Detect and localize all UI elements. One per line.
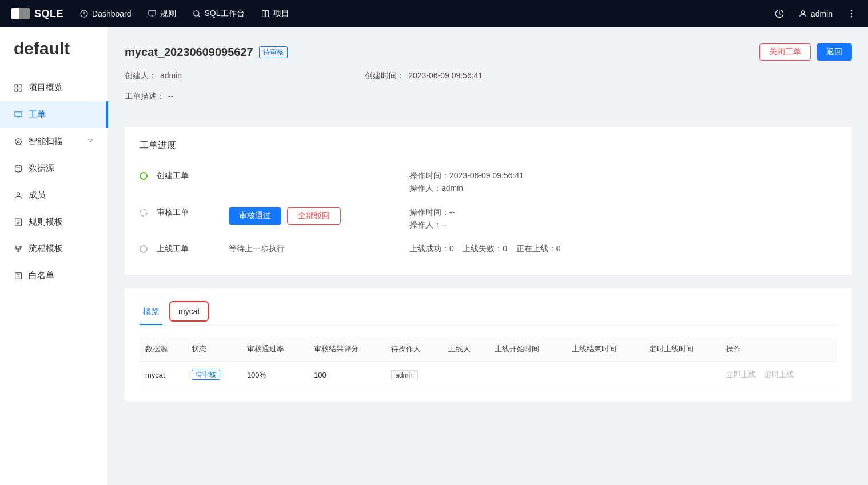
step2-mid: 审核通过 全部驳回 [229,207,400,225]
more-icon[interactable] [846,9,857,19]
tab-overview[interactable]: 概览 [140,301,162,325]
database-icon [14,164,23,173]
reject-all-button[interactable]: 全部驳回 [287,207,341,225]
dashboard-icon [79,9,89,18]
approve-button[interactable]: 审核通过 [229,207,281,225]
svg-point-18 [17,192,19,195]
overview-icon [14,83,23,93]
user-name: admin [811,9,833,18]
sidebar-item-orders[interactable]: 工单 [0,101,108,128]
brand: SQLE [11,8,63,20]
op-schedule[interactable]: 定时上线 [764,370,794,379]
nav-rules-label: 规则 [160,9,176,19]
nav-projects-label: 项目 [273,9,289,19]
nav-projects[interactable]: 项目 [261,9,289,19]
op-immediate[interactable]: 立即上线 [726,370,756,379]
members-icon [14,191,23,200]
svg-point-22 [18,250,19,252]
sidebar-overview-label: 项目概览 [29,82,63,93]
created-at-field: 创建时间： 2023-06-09 09:56:41 [365,71,483,81]
back-button[interactable]: 返回 [817,43,852,61]
top-nav-right: admin [774,9,857,19]
step3-waiting: 等待上一步执行 [229,244,285,254]
top-nav: SQLE Dashboard 规则 SQL工作台 项目 admin [0,0,868,27]
step2-optime-label: 操作时间： [409,207,449,217]
nav-rules[interactable]: 规则 [148,9,176,19]
detail-card: 概览 mycat 数据源 状态 审核通过率 审核结果评分 待操作人 上线人 上线… [125,288,852,401]
scan-icon [14,137,23,146]
created-at-label: 创建时间： [365,71,405,81]
step3-mid: 等待上一步执行 [229,244,400,254]
desc-value: -- [168,91,173,102]
step-done-icon [140,172,148,180]
svg-rect-4 [265,11,268,17]
monitor-icon [148,9,157,18]
close-order-button[interactable]: 关闭工单 [759,43,811,61]
th-scheduled: 定时上线时间 [643,337,720,362]
cell-pass-rate: 100% [241,362,308,388]
chevron-down-icon [86,137,94,146]
progress-card: 工单进度 创建工单 操作时间：2023-06-09 09:56:41 操作人：a… [125,127,852,275]
user-icon [798,9,807,18]
svg-point-16 [15,138,22,145]
sidebar-item-workflow-templates[interactable]: 流程模板 [0,235,108,262]
nav-sql-label: SQL工作台 [205,9,245,19]
step2-optime: -- [449,207,455,217]
sidebar-scan-label: 智能扫描 [29,136,63,147]
header-meta: 创建人： admin 创建时间： 2023-06-09 09:56:41 [125,71,852,81]
th-status: 状态 [186,337,241,362]
sidebar-rule-label: 规则模板 [29,217,63,227]
sidebar-item-datasource[interactable]: 数据源 [0,155,108,182]
sidebar-item-members[interactable]: 成员 [0,182,108,209]
th-pending: 待操作人 [385,337,442,362]
detail-tabs: 概览 mycat [140,301,837,326]
svg-rect-3 [262,11,265,17]
desc-label: 工单描述： [125,91,165,102]
page-header: mycat_20230609095627 待审核 关闭工单 返回 创建人： ad… [125,41,852,113]
cell-status: 待审核 [186,362,241,388]
svg-rect-11 [19,85,22,87]
workflow-icon [14,244,23,254]
tab-mycat[interactable]: mycat [169,301,209,322]
status-tag: 待审核 [192,370,220,380]
creator-field: 创建人： admin [125,71,182,81]
project-icon [261,9,270,18]
svg-rect-10 [15,85,18,87]
step3-label: 上线工单 [157,244,220,254]
step3-right: 上线成功：0 上线失败：0 正在上线：0 [409,244,837,256]
step2-operator-label: 操作人： [409,220,441,229]
sidebar-item-rule-templates[interactable]: 规则模板 [0,209,108,235]
cell-pending: admin [385,362,442,388]
history-icon[interactable] [774,9,785,19]
table-row: mycat 待审核 100% 100 admin 立即上线 定时上线 [140,362,837,388]
nav-sql-workspace[interactable]: SQL工作台 [192,9,245,19]
creator-value: admin [160,71,182,81]
step1-optime-label: 操作时间： [409,171,449,180]
th-score: 审核结果评分 [308,337,385,362]
top-nav-left: SQLE Dashboard 规则 SQL工作台 项目 [11,8,289,20]
nav-dashboard[interactable]: Dashboard [79,9,132,18]
brand-logo-icon [11,8,30,19]
sidebar-item-scan[interactable]: 智能扫描 [0,128,108,155]
status-badge: 待审核 [259,46,288,58]
svg-point-2 [193,11,198,16]
th-executor: 上线人 [443,337,489,362]
sidebar-item-whitelist[interactable]: 白名单 [0,262,108,289]
page-title: mycat_20230609095627 [125,46,253,59]
whitelist-icon [14,271,23,280]
layout: default 项目概览 工单 智能扫描 数据源 成员 规则模板 流程模板 [0,27,868,485]
svg-point-20 [15,246,17,247]
th-start: 上线开始时间 [489,337,566,362]
sidebar-workflow-label: 流程模板 [29,243,63,254]
cell-executor [443,362,489,388]
cell-score: 100 [308,362,385,388]
sidebar-item-overview[interactable]: 项目概览 [0,74,108,101]
main-content: mycat_20230609095627 待审核 关闭工单 返回 创建人： ad… [109,27,868,485]
sidebar-datasource-label: 数据源 [29,163,54,174]
user-menu[interactable]: admin [798,9,833,18]
step3-fail-label: 上线失败： [463,244,503,253]
step3-fail: 0 [503,244,507,253]
svg-point-17 [15,165,22,167]
step-audit: 审核工单 审核通过 全部驳回 操作时间：-- 操作人：-- [140,202,837,238]
step3-running-label: 正在上线： [516,244,556,253]
